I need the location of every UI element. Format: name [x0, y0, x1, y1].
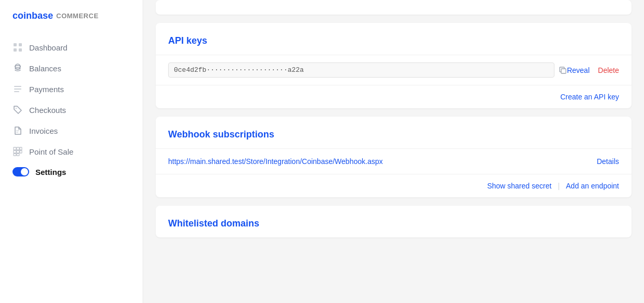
delete-button[interactable]: Delete [598, 66, 619, 74]
webhook-url-row: https://main.shared.test/Store/Integrati… [156, 148, 632, 174]
svg-rect-0 [14, 43, 17, 46]
webhook-header: Webhook subscriptions [156, 117, 632, 148]
whitelisted-domains-header: Whitelisted domains [156, 206, 632, 237]
svg-rect-16 [17, 150, 19, 153]
main-content: API keys 0ce4d2fb····················a22… [143, 0, 644, 303]
logo-coinbase: coinbase [12, 10, 53, 21]
svg-point-4 [15, 64, 20, 69]
sidebar-item-dashboard[interactable]: Dashboard [0, 37, 143, 58]
svg-point-5 [15, 66, 20, 68]
sidebar-item-invoices[interactable]: Invoices [0, 120, 143, 141]
svg-rect-19 [17, 154, 19, 156]
show-shared-secret-button[interactable]: Show shared secret [487, 182, 552, 190]
svg-rect-1 [19, 43, 22, 46]
pos-icon [12, 146, 23, 157]
sidebar-item-balances-label: Balances [29, 64, 61, 73]
svg-rect-14 [20, 147, 22, 150]
api-keys-card: API keys 0ce4d2fb····················a22… [156, 23, 632, 108]
sidebar-item-balances[interactable]: Balances [0, 58, 143, 79]
sidebar-item-point-of-sale[interactable]: Point of Sale [0, 141, 143, 162]
tag-icon [12, 105, 23, 115]
svg-rect-20 [561, 69, 566, 73]
file-icon [12, 125, 23, 136]
sidebar-item-checkouts-label: Checkouts [29, 106, 66, 115]
api-key-actions: Reveal Delete [567, 66, 619, 74]
svg-rect-6 [14, 86, 21, 87]
list-icon [12, 84, 23, 94]
webhook-url: https://main.shared.test/Store/Integrati… [168, 157, 597, 166]
webhook-actions-row: Show shared secret | Add an endpoint [156, 174, 632, 197]
logo: coinbase COMMERCE [0, 10, 143, 37]
api-keys-title: API keys [168, 35, 207, 46]
reveal-button[interactable]: Reveal [567, 66, 590, 74]
sidebar-item-checkouts[interactable]: Checkouts [0, 99, 143, 120]
api-key-value: 0ce4d2fb····················a22a [168, 62, 554, 78]
svg-rect-3 [19, 48, 22, 52]
whitelisted-domains-card: Whitelisted domains [156, 206, 632, 237]
create-api-key-button[interactable]: Create an API key [560, 93, 619, 101]
svg-rect-18 [14, 154, 16, 156]
toggle-icon [12, 167, 29, 176]
add-endpoint-button[interactable]: Add an endpoint [566, 182, 619, 190]
sidebar-item-settings[interactable]: Settings [0, 162, 143, 182]
svg-rect-17 [20, 150, 22, 153]
coins-icon [12, 63, 23, 73]
sidebar-item-settings-label: Settings [35, 168, 66, 176]
svg-rect-7 [14, 89, 21, 90]
svg-rect-15 [14, 150, 16, 153]
svg-point-9 [16, 108, 17, 109]
copy-icon[interactable] [559, 66, 567, 74]
sidebar-item-pos-label: Point of Sale [29, 147, 73, 156]
pipe-divider: | [558, 182, 560, 190]
sidebar-item-payments[interactable]: Payments [0, 79, 143, 99]
svg-rect-12 [14, 147, 16, 150]
whitelisted-domains-title: Whitelisted domains [168, 218, 259, 229]
grid-icon [12, 42, 23, 53]
top-partial-card [156, 0, 632, 15]
logo-commerce: COMMERCE [56, 12, 98, 20]
svg-rect-13 [17, 147, 19, 150]
sidebar-item-invoices-label: Invoices [29, 127, 58, 135]
webhook-title: Webhook subscriptions [168, 129, 274, 140]
webhook-card: Webhook subscriptions https://main.share… [156, 117, 632, 197]
svg-rect-8 [14, 91, 19, 92]
sidebar-item-dashboard-label: Dashboard [29, 43, 67, 52]
svg-rect-2 [14, 48, 17, 52]
sidebar: coinbase COMMERCE Dashboard Balances [0, 0, 143, 303]
api-keys-header: API keys [156, 23, 632, 55]
api-key-row: 0ce4d2fb····················a22a Reveal … [156, 55, 632, 85]
create-api-row: Create an API key [156, 85, 632, 108]
webhook-details-button[interactable]: Details [597, 157, 619, 166]
sidebar-item-payments-label: Payments [29, 85, 64, 94]
